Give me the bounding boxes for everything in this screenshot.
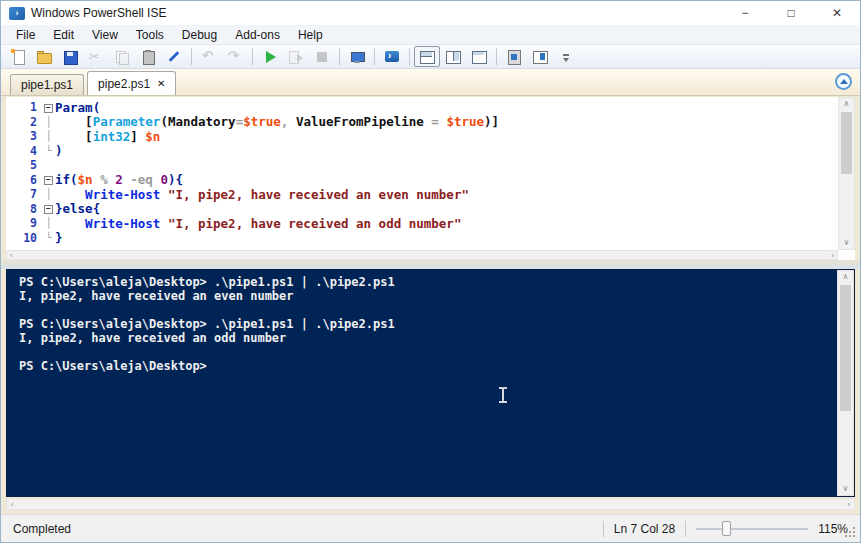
code-token: ) — [55, 143, 63, 158]
code-token: ValueFromPipeline — [296, 114, 424, 129]
new-remote-powershell-tab-button[interactable] — [344, 46, 370, 67]
script-pane-top-icon — [419, 49, 435, 65]
menu-item-file[interactable]: File — [7, 26, 44, 44]
collapse-script-pane-button[interactable] — [835, 73, 852, 90]
show-command-addon-button[interactable] — [527, 46, 553, 67]
fold-collapse-icon[interactable]: − — [42, 174, 55, 185]
code-token: )] — [484, 114, 499, 129]
line-number: 5 — [6, 158, 42, 172]
cut-icon — [88, 49, 104, 65]
code-token: Write-Host — [85, 187, 160, 202]
editor-horizontal-scrollbar[interactable]: ‹ › — [6, 250, 838, 260]
script-pane-right-button[interactable] — [440, 46, 466, 67]
undo-icon — [201, 49, 217, 65]
scroll-right-icon[interactable]: › — [847, 500, 850, 510]
fold-collapse-icon[interactable]: − — [42, 102, 55, 113]
code-token — [160, 216, 168, 231]
close-button[interactable]: ✕ — [814, 1, 860, 25]
text-cursor — [499, 387, 507, 403]
tab-pipe1-ps1[interactable]: pipe1.ps1 — [10, 74, 84, 95]
menu-item-edit[interactable]: Edit — [44, 26, 83, 44]
console-line: PS C:\Users\aleja\Desktop> .\pipe1.ps1 |… — [19, 275, 837, 289]
editor-line-4[interactable]: 4└) — [6, 144, 838, 159]
code-token: = — [424, 114, 447, 129]
run-script-icon — [262, 49, 278, 65]
console-line — [19, 345, 837, 359]
script-pane-top-button[interactable] — [414, 46, 440, 67]
pane-splitter[interactable] — [1, 260, 860, 269]
open-script-button[interactable] — [31, 46, 57, 67]
line-number: 4 — [6, 144, 42, 158]
toolbar-overflow-icon — [561, 49, 571, 65]
line-number: 8 — [6, 202, 42, 216]
scroll-up-icon[interactable]: ∧ — [839, 99, 854, 109]
maximize-button[interactable]: □ — [768, 1, 814, 25]
script-editor-pane[interactable]: 1−Param(2│ [Parameter(Mandatory=$true, V… — [6, 97, 855, 260]
editor-line-10[interactable]: 10└} — [6, 231, 838, 246]
zoom-slider[interactable] — [696, 521, 808, 536]
toolbar-overflow-button[interactable] — [553, 46, 579, 67]
start-powershell-button[interactable] — [379, 46, 405, 67]
editor-line-9[interactable]: 9│ Write-Host "I, pipe2, have received a… — [6, 216, 838, 231]
console-line: I, pipe2, have received an odd number — [19, 331, 837, 345]
code-token — [93, 172, 101, 187]
scrollbar-thumb[interactable] — [841, 112, 852, 174]
save-script-button[interactable] — [57, 46, 83, 67]
zoom-slider-thumb[interactable] — [722, 521, 731, 536]
show-command-window-button[interactable] — [501, 46, 527, 67]
editor-line-3[interactable]: 3│ [int32] $n — [6, 129, 838, 144]
status-separator — [603, 521, 604, 537]
editor-line-2[interactable]: 2│ [Parameter(Mandatory=$true, ValueFrom… — [6, 115, 838, 130]
console-vertical-scrollbar[interactable]: ∧ ∨ — [837, 270, 854, 496]
scroll-down-icon[interactable]: ∨ — [839, 238, 854, 248]
paste-button[interactable] — [135, 46, 161, 67]
toolbar-separator — [409, 48, 410, 65]
scroll-left-icon[interactable]: ‹ — [11, 500, 14, 510]
menu-item-tools[interactable]: Tools — [127, 26, 173, 44]
console-horizontal-scrollbar[interactable]: ‹ › — [6, 498, 855, 510]
console-line: PS C:\Users\aleja\Desktop> — [19, 359, 837, 373]
code-token: ){ — [168, 172, 183, 187]
fold-collapse-icon[interactable]: − — [42, 203, 55, 214]
toolbar — [1, 45, 860, 69]
menu-item-help[interactable]: Help — [289, 26, 332, 44]
paste-icon — [140, 49, 156, 65]
zoom-slider-track[interactable] — [696, 528, 808, 530]
code-token — [153, 172, 161, 187]
script-pane-maximized-button[interactable] — [466, 46, 492, 67]
editor-vertical-scrollbar[interactable]: ∧ ∨ — [838, 97, 855, 250]
run-script-button[interactable] — [257, 46, 283, 67]
script-pane-right-icon — [445, 49, 461, 65]
code-area[interactable]: 1−Param(2│ [Parameter(Mandatory=$true, V… — [6, 97, 838, 250]
menu-item-view[interactable]: View — [83, 26, 127, 44]
code-token: , — [281, 114, 296, 129]
editor-line-8[interactable]: 8−}else{ — [6, 202, 838, 217]
editor-line-1[interactable]: 1−Param( — [6, 100, 838, 115]
line-number: 3 — [6, 129, 42, 143]
console-pane[interactable]: PS C:\Users\aleja\Desktop> .\pipe1.ps1 |… — [6, 269, 855, 497]
editor-line-5[interactable]: 5 — [6, 158, 838, 173]
scrollbar-thumb[interactable] — [840, 285, 851, 411]
fold-guide: │ — [42, 218, 55, 228]
console-line: I, pipe2, have received an even number — [19, 289, 837, 303]
minimize-button[interactable]: − — [722, 1, 768, 25]
scroll-down-icon[interactable]: ∨ — [838, 484, 853, 494]
clear-console-pane-button[interactable] — [161, 46, 187, 67]
tab-label: pipe2.ps1 — [98, 77, 150, 91]
menu-item-debug[interactable]: Debug — [173, 26, 226, 44]
scroll-up-icon[interactable]: ∧ — [838, 272, 853, 282]
editor-line-6[interactable]: 6−if($n % 2 -eq 0){ — [6, 173, 838, 188]
run-selection-icon — [288, 49, 304, 65]
code-token: Parameter — [93, 114, 161, 129]
editor-line-7[interactable]: 7│ Write-Host "I, pipe2, have received a… — [6, 187, 838, 202]
start-powershell-icon — [384, 49, 400, 65]
console-output[interactable]: PS C:\Users\aleja\Desktop> .\pipe1.ps1 |… — [7, 270, 837, 496]
toolbar-separator — [191, 48, 192, 65]
resize-grip[interactable] — [845, 527, 857, 539]
code-token: Mandatory — [168, 114, 236, 129]
new-script-button[interactable] — [5, 46, 31, 67]
tab-pipe2-ps1[interactable]: pipe2.ps1✕ — [87, 71, 176, 95]
save-script-icon — [62, 49, 78, 65]
close-tab-icon[interactable]: ✕ — [157, 78, 165, 89]
menu-item-add-ons[interactable]: Add-ons — [226, 26, 289, 44]
